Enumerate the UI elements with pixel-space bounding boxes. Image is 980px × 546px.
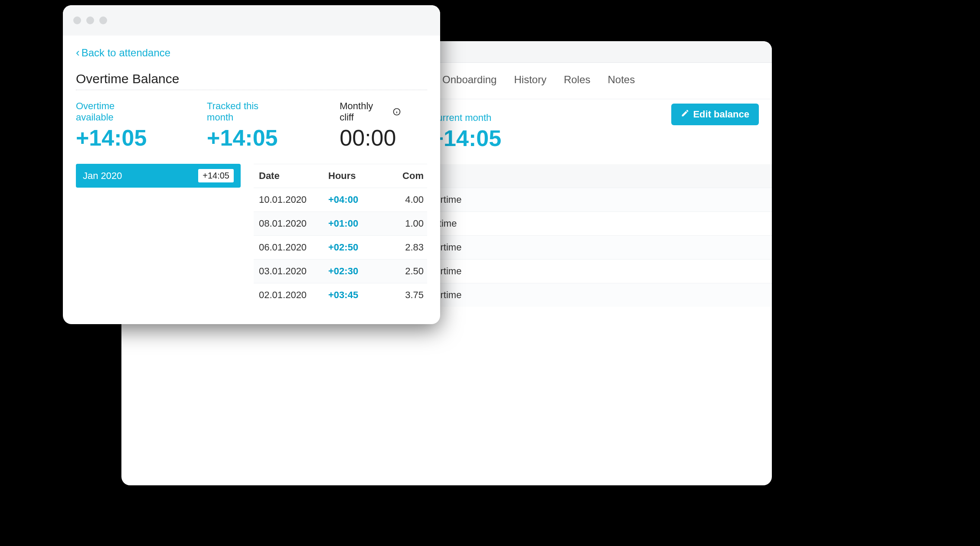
cell-date: 06.01.2020: [259, 242, 324, 253]
overtime-entries-table: Date Hours Com 10.01.2020 +04:00 4.00 08…: [254, 164, 427, 307]
month-label: Jan 2020: [83, 170, 122, 182]
back-link-label: Back to attendance: [82, 47, 170, 59]
cell-hours: +04:00: [328, 194, 380, 205]
cell-com: 2.50: [385, 266, 424, 277]
metric-tracked-month: Tracked this month +14:05: [207, 101, 287, 151]
info-icon[interactable]: [392, 107, 401, 116]
col-hours: Hours: [328, 170, 380, 182]
tab-onboarding[interactable]: Onboarding: [442, 74, 497, 86]
month-selector[interactable]: Jan 2020 +14:05: [76, 164, 241, 188]
cell-com: 3.75: [385, 289, 424, 301]
metric-cliff-value: 00:00: [340, 125, 401, 151]
page-title: Overtime Balance: [76, 72, 427, 86]
metric-tracked-value: +14:05: [207, 125, 287, 151]
divider: [76, 90, 427, 90]
cell-date: 03.01.2020: [259, 266, 324, 277]
cell-date: 08.01.2020: [259, 218, 324, 229]
cell-com: 1.00: [385, 218, 424, 229]
cell-date: 10.01.2020: [259, 194, 324, 205]
cell-hours: +02:30: [328, 266, 380, 277]
tab-roles[interactable]: Roles: [564, 74, 590, 86]
traffic-light-dot: [86, 16, 94, 24]
cell-com: 2.83: [385, 242, 424, 253]
metric-available-label: Overtime available: [76, 101, 155, 123]
table-row: 06.01.2020 +02:50 2.83: [254, 235, 427, 259]
cell-hours: +03:45: [328, 289, 380, 301]
col-com: Com: [385, 170, 424, 182]
edit-balance-button[interactable]: Edit balance: [671, 104, 759, 125]
metric-tracked-label: Tracked this month: [207, 101, 287, 123]
month-balance-badge: +14:05: [198, 169, 234, 182]
cell-com: 4.00: [385, 194, 424, 205]
window-titlebar: [63, 5, 440, 36]
metric-current-value: +14:05: [431, 125, 501, 151]
metric-cliff-label: Monthly cliff: [340, 101, 390, 123]
tab-notes[interactable]: Notes: [608, 74, 635, 86]
cell-hours: +01:00: [328, 218, 380, 229]
table-row: 10.01.2020 +04:00 4.00: [254, 188, 427, 211]
tab-history[interactable]: History: [514, 74, 546, 86]
table-header-row: Date Hours Com: [254, 164, 427, 188]
edit-balance-label: Edit balance: [693, 109, 749, 120]
foreground-window: ‹ Back to attendance Overtime Balance Ov…: [63, 5, 440, 324]
table-row: 02.01.2020 +03:45 3.75: [254, 283, 427, 307]
cell-hours: +02:50: [328, 242, 380, 253]
metric-available-value: +14:05: [76, 125, 155, 151]
pencil-icon: [681, 109, 689, 120]
metric-monthly-cliff: Monthly cliff 00:00: [340, 101, 401, 151]
back-to-attendance-link[interactable]: ‹ Back to attendance: [76, 46, 170, 59]
metric-current-month: Current month +14:05: [431, 112, 501, 151]
traffic-light-dot: [73, 16, 81, 24]
table-row: 03.01.2020 +02:30 2.50: [254, 259, 427, 283]
col-date: Date: [259, 170, 324, 182]
cell-date: 02.01.2020: [259, 289, 324, 301]
metric-current-label: Current month: [431, 112, 501, 124]
metrics-row: Overtime available +14:05 Tracked this m…: [76, 101, 427, 151]
table-row: 08.01.2020 +01:00 1.00: [254, 211, 427, 235]
metric-overtime-available: Overtime available +14:05: [76, 101, 155, 151]
traffic-light-dot: [99, 16, 107, 24]
chevron-left-icon: ‹: [76, 46, 80, 59]
